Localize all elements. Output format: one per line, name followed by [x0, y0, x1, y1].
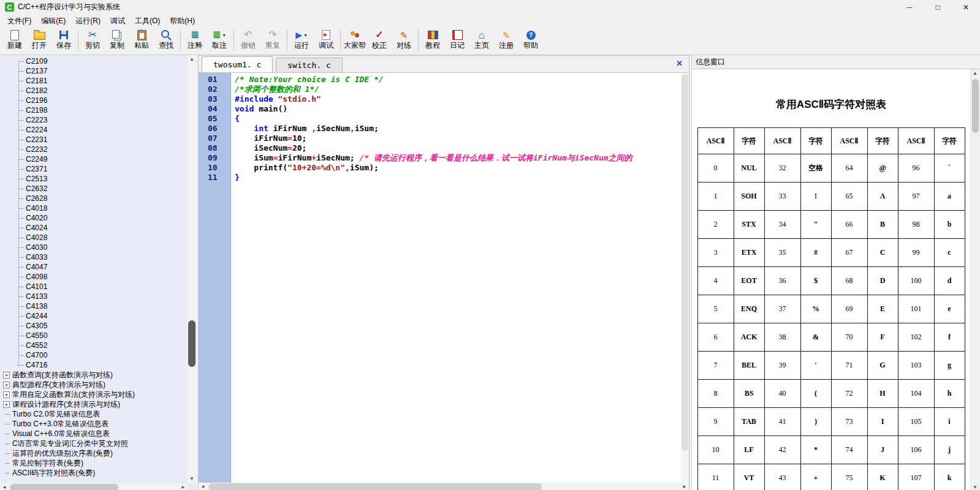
register-button[interactable]: 注册 — [494, 29, 518, 50]
sidebar-item-c2224[interactable]: C2224 — [0, 125, 188, 135]
tab-1[interactable]: twosum1. c — [202, 56, 273, 72]
scroll-left-icon[interactable]: ◄ — [0, 483, 9, 490]
sidebar-item-c4552[interactable]: C4552 — [0, 341, 188, 350]
editor-vertical-scrollbar[interactable] — [681, 73, 689, 483]
sidebar-scrollbar-thumb[interactable] — [188, 320, 196, 367]
sidebar-item-c4033[interactable]: C4033 — [0, 252, 188, 262]
menu-item-5[interactable]: 工具(O) — [130, 14, 165, 28]
sidebar-item-c2182[interactable]: C2182 — [0, 86, 188, 96]
sidebar-item-table-5[interactable]: 运算符的优先级别次序表(免费) — [0, 448, 188, 458]
sidebar-item-c4133[interactable]: C4133 — [0, 292, 188, 301]
dropdown-arrow-icon[interactable]: ▼ — [222, 33, 226, 37]
sidebar-item-c2628[interactable]: C2628 — [0, 194, 188, 203]
copy-button[interactable]: 复制 — [105, 29, 129, 50]
sidebar-item-c4700[interactable]: C4700 — [0, 350, 188, 360]
uncomment-button[interactable]: ▼取注 — [207, 29, 232, 50]
sidebar-item-c2181[interactable]: C2181 — [0, 76, 188, 86]
sidebar-item-c4047[interactable]: C4047 — [0, 262, 188, 272]
tab-close-button[interactable]: ✕ — [676, 59, 683, 68]
sidebar-item-c4244[interactable]: C4244 — [0, 311, 188, 321]
community-button[interactable]: 大家帮 — [343, 29, 367, 50]
menu-item-6[interactable]: 帮助(H) — [165, 14, 200, 28]
sidebar-item-c4550[interactable]: C4550 — [0, 331, 188, 341]
menu-item-4[interactable]: 调试 — [105, 14, 130, 28]
sidebar-branch-4[interactable]: +课程设计源程序(支持演示与对练) — [0, 399, 188, 409]
sidebar-branch-2[interactable]: +典型源程序(支持演示与对练) — [0, 380, 188, 390]
sidebar-item-c2632[interactable]: C2632 — [0, 184, 188, 194]
run-button[interactable]: ▼运行 — [289, 29, 314, 50]
sidebar-item-c4020[interactable]: C4020 — [0, 213, 188, 223]
info-vertical-scrollbar[interactable]: ▲ ▼ — [970, 69, 980, 490]
sidebar-item-c4018[interactable]: C4018 — [0, 203, 188, 213]
expand-icon[interactable]: + — [3, 401, 10, 408]
sidebar-item-c2109[interactable]: C2109 — [0, 56, 188, 66]
sidebar-branch-1[interactable]: +函数查询(支持函数演示与对练) — [0, 370, 188, 380]
tab-2[interactable]: switch. c — [276, 58, 342, 72]
sidebar-item-c4098[interactable]: C4098 — [0, 272, 188, 282]
scroll-down-icon[interactable]: ▼ — [188, 475, 196, 483]
scroll-left-icon[interactable]: ◄ — [199, 483, 207, 490]
check-button[interactable]: 校正 — [367, 29, 392, 50]
scroll-right-icon[interactable]: ► — [179, 483, 188, 490]
editor-hscrollbar-thumb[interactable] — [208, 483, 542, 490]
cut-button[interactable]: 剪切 — [80, 29, 105, 50]
sidebar-item-c4024[interactable]: C4024 — [0, 223, 188, 233]
sidebar-item-c2232[interactable]: C2232 — [0, 145, 188, 154]
info-scrollbar-thumb[interactable] — [972, 79, 979, 133]
sidebar-item-c2371[interactable]: C2371 — [0, 164, 188, 174]
menu-item-2[interactable]: 编辑(E) — [36, 14, 70, 28]
sidebar-item-c2231[interactable]: C2231 — [0, 135, 188, 145]
debug-button[interactable]: 调试 — [314, 29, 338, 50]
scroll-up-icon[interactable]: ▲ — [188, 55, 196, 64]
expand-icon[interactable]: + — [3, 391, 10, 398]
sidebar-item-table-7[interactable]: ASCII码字符对照表(免费) — [0, 468, 188, 478]
sidebar-item-c4305[interactable]: C4305 — [0, 321, 188, 331]
practice-button[interactable]: 对练 — [392, 29, 416, 50]
sidebar-item-c4101[interactable]: C4101 — [0, 282, 188, 292]
editor-body[interactable]: 0102030405060708091011 /* Note:Your choi… — [199, 73, 689, 483]
code-area[interactable]: /* Note:Your choice is C IDE *//*求两个整数的和… — [231, 73, 681, 483]
diary-button[interactable]: 日记 — [445, 29, 469, 50]
menu-item-3[interactable]: 运行(R) — [70, 14, 105, 28]
open-folder-button[interactable]: 打开 — [27, 29, 51, 50]
help-button[interactable]: 帮助 — [518, 29, 543, 50]
find-button[interactable]: 查找 — [154, 29, 178, 50]
sidebar-item-c2249[interactable]: C2249 — [0, 154, 188, 164]
editor-vscrollbar-thumb[interactable] — [682, 74, 688, 451]
expand-icon[interactable]: + — [3, 382, 10, 388]
paste-button[interactable]: 粘贴 — [129, 29, 154, 50]
sidebar-horizontal-scrollbar[interactable]: ◄ ► — [0, 483, 188, 490]
sidebar-item-c2196[interactable]: C2196 — [0, 96, 188, 105]
minimize-button[interactable]: ─ — [895, 0, 924, 14]
sidebar-vertical-scrollbar[interactable]: ▲ ▼ — [188, 55, 196, 483]
sidebar-item-table-3[interactable]: Visual C++6.0常见错误信息表 — [0, 429, 188, 439]
sidebar-item-c2137[interactable]: C2137 — [0, 66, 188, 76]
sidebar-item-c4030[interactable]: C4030 — [0, 243, 188, 252]
sidebar-item-c4028[interactable]: C4028 — [0, 233, 188, 243]
sidebar-item-table-4[interactable]: C语言常见专业词汇分类中英文对照 — [0, 439, 188, 448]
sidebar-item-table-2[interactable]: Turbo C++3.0常见错误信息表 — [0, 419, 188, 429]
editor-horizontal-scrollbar[interactable]: ◄ ► — [199, 483, 689, 490]
save-button[interactable]: 保存 — [51, 29, 76, 50]
close-button[interactable]: ✕ — [952, 0, 980, 14]
expand-icon[interactable]: + — [3, 372, 10, 379]
sidebar-hscrollbar-thumb[interactable] — [10, 484, 118, 490]
sidebar-item-c2513[interactable]: C2513 — [0, 174, 188, 184]
menu-item-1[interactable]: 文件(F) — [2, 14, 36, 28]
comment-button[interactable]: 注释 — [183, 29, 207, 50]
sidebar-item-c2223[interactable]: C2223 — [0, 115, 188, 125]
sidebar-item-c2198[interactable]: C2198 — [0, 105, 188, 115]
dropdown-arrow-icon[interactable]: ▼ — [303, 33, 308, 37]
maximize-button[interactable]: □ — [924, 0, 952, 14]
scroll-up-icon[interactable]: ▲ — [971, 69, 979, 78]
sidebar-branch-3[interactable]: +常用自定义函数算法(支持演示与对练) — [0, 390, 188, 399]
new-file-button[interactable]: 新建 — [2, 29, 27, 50]
scroll-down-icon[interactable]: ▼ — [971, 483, 979, 490]
sidebar-item-table-1[interactable]: Turbo C2.0常见错误信息表 — [0, 409, 188, 419]
tutorial-button[interactable]: 教程 — [420, 29, 445, 50]
sidebar-item-c4716[interactable]: C4716 — [0, 360, 188, 370]
home-button[interactable]: 主页 — [469, 29, 494, 50]
sidebar-item-c4138[interactable]: C4138 — [0, 301, 188, 311]
scroll-right-icon[interactable]: ► — [680, 483, 689, 490]
sidebar-item-table-6[interactable]: 常见控制字符表(免费) — [0, 458, 188, 468]
